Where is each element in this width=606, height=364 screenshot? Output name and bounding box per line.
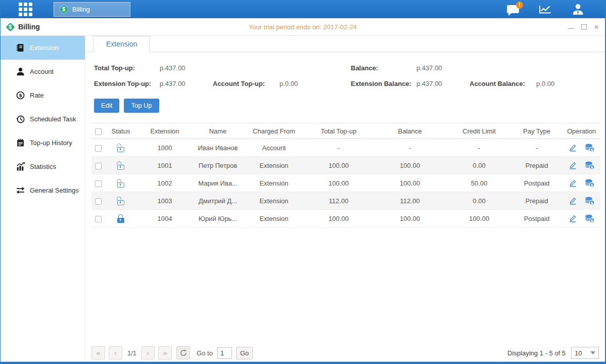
topup-coins-icon[interactable]: $ bbox=[585, 179, 595, 188]
sidebar-item-label: Statistics bbox=[30, 163, 56, 170]
prev-page-button[interactable]: ‹ bbox=[109, 346, 122, 359]
cell-charged-from: Extension bbox=[243, 179, 305, 187]
column-header-charged-from[interactable]: Charged From bbox=[243, 127, 305, 135]
goto-page-input[interactable] bbox=[217, 347, 232, 359]
cell-extension: 1001 bbox=[137, 162, 193, 169]
column-header-name[interactable]: Name bbox=[193, 127, 243, 135]
balance-label: Balance: bbox=[351, 64, 416, 72]
cell-credit-limit: 100.00 bbox=[447, 215, 511, 222]
cell-extension: 1004 bbox=[137, 215, 193, 222]
maximize-icon[interactable] bbox=[581, 24, 587, 30]
cell-balance: 100.00 bbox=[372, 179, 447, 187]
edit-icon[interactable] bbox=[569, 197, 577, 205]
lock-status-icon[interactable] bbox=[117, 161, 125, 170]
sidebar-item-label: Account bbox=[30, 68, 54, 75]
cell-credit-limit: 0.00 bbox=[447, 197, 511, 205]
sidebar-item-scheduled-task[interactable]: Scheduled Task bbox=[1, 107, 85, 131]
sidebar: Extension Account $ Rate Scheduled Task bbox=[1, 36, 85, 361]
cell-name: Мария Ива... bbox=[193, 179, 243, 187]
next-page-button[interactable]: › bbox=[141, 346, 155, 359]
column-header-pay-type[interactable]: Pay Type bbox=[511, 127, 563, 135]
topup-coins-icon[interactable]: $ bbox=[585, 161, 595, 170]
table-row[interactable]: 1001 Петр Петров Extension 100.00 100.00… bbox=[91, 157, 600, 174]
page-size-select[interactable]: 10 bbox=[571, 347, 599, 359]
sidebar-item-account[interactable]: Account bbox=[1, 60, 85, 83]
topup-coins-icon[interactable]: $ bbox=[585, 197, 595, 205]
total-topup-label: Total Top-up: bbox=[94, 64, 160, 72]
lock-status-icon[interactable] bbox=[117, 144, 125, 152]
cell-charged-from: Extension bbox=[243, 197, 305, 205]
edit-icon[interactable] bbox=[569, 144, 577, 152]
cell-total-topup: 100.00 bbox=[305, 215, 372, 222]
first-page-button[interactable]: « bbox=[91, 346, 105, 359]
lock-status-icon[interactable] bbox=[117, 179, 125, 188]
table-row[interactable]: 1004 Юрий Юрь... Extension 100.00 100.00… bbox=[91, 210, 600, 228]
sidebar-item-label: Extension bbox=[30, 44, 59, 52]
last-page-button[interactable]: » bbox=[158, 346, 172, 359]
close-icon[interactable]: × bbox=[594, 23, 599, 31]
top-bar: $ Billing ! bbox=[1, 0, 605, 18]
select-all-checkbox[interactable] bbox=[95, 128, 102, 135]
lock-status-icon[interactable] bbox=[117, 214, 125, 223]
sidebar-item-label: Top-up History bbox=[30, 139, 72, 147]
sidebar-item-rate[interactable]: $ Rate bbox=[1, 83, 85, 107]
lock-status-icon[interactable] bbox=[117, 197, 125, 205]
user-account-button[interactable] bbox=[571, 4, 585, 15]
sidebar-item-topup-history[interactable]: Top-up History bbox=[1, 131, 85, 155]
sidebar-item-extension[interactable]: Extension bbox=[1, 36, 85, 60]
app-tab-label: Billing bbox=[72, 6, 90, 13]
table-row[interactable]: 1002 Мария Ива... Extension 100.00 100.0… bbox=[91, 174, 600, 192]
pagination-bar: « ‹ 1/1 › » Go to Go Displaying 1 - 5 of… bbox=[91, 346, 599, 360]
cell-name: Иван Иванов bbox=[193, 144, 243, 152]
sidebar-item-statistics[interactable]: Statistics bbox=[1, 155, 85, 178]
column-header-balance[interactable]: Balance bbox=[372, 127, 447, 135]
edit-icon[interactable] bbox=[569, 179, 577, 187]
edit-icon[interactable] bbox=[569, 214, 577, 222]
top-up-button[interactable]: Top Up bbox=[124, 99, 159, 113]
cell-balance: 100.00 bbox=[372, 215, 447, 222]
extension-balance-label: Extension Balance: bbox=[351, 80, 416, 87]
edit-button[interactable]: Edit bbox=[94, 99, 119, 113]
topup-coins-icon[interactable]: $ bbox=[585, 214, 595, 223]
table-row[interactable]: 1000 Иван Иванов Account - - - - $ bbox=[91, 139, 600, 157]
extension-topup-label: Extension Top-up: bbox=[94, 80, 160, 87]
extension-balance-value: p.437.00 bbox=[416, 80, 470, 87]
sidebar-item-label: General Settings bbox=[30, 187, 79, 194]
sidebar-item-general-settings[interactable]: General Settings bbox=[1, 178, 85, 202]
cell-balance: 112.00 bbox=[372, 197, 447, 205]
cell-total-topup: 100.00 bbox=[305, 162, 372, 169]
tab-extension[interactable]: Extension bbox=[94, 36, 150, 52]
row-checkbox[interactable] bbox=[95, 163, 102, 169]
table-row[interactable]: 1003 Дмитрий Д... Extension 112.00 112.0… bbox=[91, 192, 600, 210]
refresh-button[interactable] bbox=[176, 346, 190, 359]
row-checkbox[interactable] bbox=[95, 216, 102, 222]
trial-notice: Your trial period ends on: 2017-02-24 bbox=[1, 23, 605, 31]
chevron-down-icon bbox=[590, 351, 595, 354]
app-tab-billing[interactable]: $ Billing bbox=[54, 2, 130, 17]
cell-pay-type: Prepaid bbox=[511, 162, 563, 169]
column-header-credit-limit[interactable]: Credit Limit bbox=[447, 127, 511, 135]
refresh-icon bbox=[180, 349, 187, 356]
edit-icon[interactable] bbox=[569, 161, 577, 169]
dollar-circle-icon: $ bbox=[16, 91, 25, 100]
notification-badge: ! bbox=[516, 2, 523, 9]
cell-pay-type: Prepaid bbox=[511, 197, 563, 205]
column-header-operation: Operation bbox=[563, 127, 600, 135]
cell-credit-limit: 0.00 bbox=[447, 162, 511, 169]
monitor-chart-button[interactable] bbox=[538, 4, 552, 15]
row-checkbox[interactable] bbox=[95, 180, 102, 187]
column-header-extension[interactable]: Extension bbox=[137, 127, 193, 135]
row-checkbox[interactable] bbox=[95, 198, 102, 205]
topup-coins-icon[interactable]: $ bbox=[585, 144, 595, 152]
cell-credit-limit: - bbox=[447, 144, 511, 152]
page-size-value: 10 bbox=[575, 349, 590, 357]
messages-button[interactable]: ! bbox=[507, 5, 519, 13]
row-checkbox[interactable] bbox=[95, 145, 102, 152]
column-header-total-topup[interactable]: Total Top-up bbox=[305, 127, 372, 135]
go-button[interactable]: Go bbox=[236, 347, 253, 359]
account-topup-value: p.0.00 bbox=[279, 80, 298, 87]
column-header-status[interactable]: Status bbox=[105, 127, 137, 135]
app-launcher-icon[interactable] bbox=[19, 3, 32, 16]
minimize-icon[interactable] bbox=[568, 28, 574, 29]
cell-pay-type: Postpaid bbox=[511, 179, 563, 187]
